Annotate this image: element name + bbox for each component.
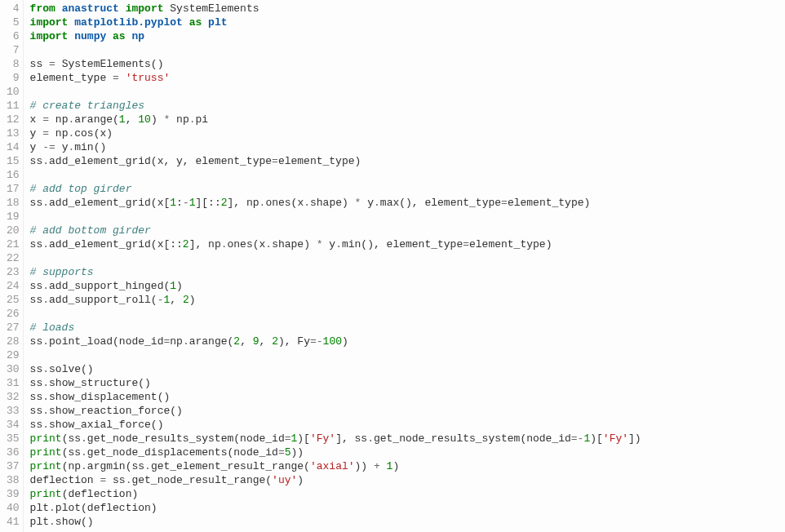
- code-line: [30, 307, 641, 321]
- token-c: # add top girder: [30, 183, 132, 195]
- token-mi: 2: [183, 238, 189, 250]
- token-op: *: [317, 238, 323, 250]
- token-mi: 1: [119, 113, 126, 126]
- token-op: =: [285, 432, 291, 445]
- token-op: .: [335, 238, 342, 250]
- token-c: # add bottom girder: [30, 224, 151, 237]
- token-n: ,: [170, 294, 183, 306]
- line-number: 16: [7, 168, 20, 182]
- line-number: 4: [7, 2, 20, 16]
- token-s: 'truss': [126, 72, 171, 84]
- token-n: ss: [30, 391, 43, 403]
- code-line: # add bottom girder: [30, 224, 641, 237]
- token-n: ss: [30, 377, 43, 389]
- token-n: SystemElements: [163, 2, 259, 15]
- token-n: ss: [30, 238, 43, 250]
- token-kw: import: [30, 30, 69, 42]
- code-line: [30, 168, 641, 182]
- token-n: ss: [30, 405, 43, 417]
- code-line: from anastruct import SystemElements: [30, 2, 641, 16]
- token-mi: 1: [189, 197, 196, 209]
- token-n: element_type: [30, 72, 113, 84]
- line-number: 9: [7, 71, 20, 85]
- token-nn: anastruct: [62, 2, 119, 15]
- token-n: point_load(node_id: [49, 335, 163, 348]
- line-number: 38: [7, 473, 20, 487]
- token-op: .: [81, 432, 87, 445]
- code-content: from anastruct import SystemElementsimpo…: [24, 0, 641, 532]
- line-number: 28: [7, 335, 20, 348]
- line-number: 41: [7, 515, 20, 529]
- token-n: ss: [30, 335, 43, 348]
- line-number: 36: [7, 446, 20, 459]
- token-n: get_element_result_range(: [151, 460, 310, 472]
- token-op: =: [272, 155, 278, 167]
- token-nn: numpy: [74, 30, 106, 42]
- token-op: .: [221, 238, 228, 250]
- line-number: 33: [7, 404, 20, 418]
- code-line: import numpy as np: [30, 29, 641, 43]
- line-number: 18: [7, 196, 20, 210]
- token-op: .: [81, 460, 87, 472]
- code-line: ss.add_support_hinged(1): [30, 279, 641, 293]
- token-mi: 100: [323, 335, 342, 348]
- token-n: show(): [55, 516, 94, 528]
- token-n: ss: [30, 280, 43, 292]
- token-n: element_type): [278, 155, 361, 167]
- token-n: element_type): [508, 197, 590, 209]
- code-line: ss.show_reaction_force(): [30, 404, 641, 418]
- token-kw: import: [30, 16, 69, 29]
- token-n: y: [30, 141, 43, 153]
- token-op: .: [42, 405, 49, 417]
- token-n: max(), element_type: [380, 197, 501, 209]
- token-n: np: [49, 127, 68, 140]
- token-mi: 1: [170, 280, 176, 292]
- token-n: add_element_grid(x[: [49, 197, 170, 209]
- token-n: element_type): [469, 238, 552, 250]
- token-n: get_node_results_system(node_id: [374, 432, 571, 445]
- token-n: ss: [106, 474, 125, 486]
- line-number: 7: [7, 43, 20, 57]
- token-mi: 2: [183, 294, 189, 306]
- token-n: deflection: [30, 474, 100, 486]
- token-n: shape): [272, 238, 317, 250]
- code-line: [30, 251, 641, 265]
- token-c: # loads: [30, 321, 75, 334]
- token-n: min(): [74, 141, 106, 153]
- token-n: min(), element_type: [342, 238, 463, 250]
- code-line: print(deflection): [30, 487, 641, 501]
- token-n: SystemElements(): [55, 58, 164, 70]
- token-op: -=: [42, 141, 55, 153]
- token-n: get_node_result_range(: [131, 474, 272, 486]
- token-op: .: [42, 363, 49, 375]
- code-line: import matplotlib.pyplot as plt: [30, 16, 641, 29]
- code-line: ss.add_support_roll(-1, 2): [30, 293, 641, 307]
- token-n: x: [30, 113, 43, 126]
- code-line: y -= y.min(): [30, 140, 641, 154]
- token-n: ): [392, 460, 399, 472]
- token-op: .: [183, 335, 189, 348]
- token-bp: print: [30, 432, 62, 445]
- token-bp: print: [30, 460, 62, 472]
- token-n: [55, 2, 62, 15]
- token-n: show_reaction_force(): [49, 405, 183, 417]
- code-line: [30, 348, 641, 362]
- line-number: 32: [7, 390, 20, 404]
- code-line: ss.show_displacement(): [30, 390, 641, 404]
- code-line: x = np.arange(1, 10) * np.pi: [30, 113, 641, 126]
- line-number: 8: [7, 57, 20, 71]
- token-n: )[: [590, 432, 603, 445]
- token-s: 'Fy': [603, 432, 628, 445]
- token-op: =: [42, 127, 49, 140]
- code-line: plt.plot(deflection): [30, 501, 641, 515]
- token-op: .: [144, 460, 151, 472]
- code-line: print(np.argmin(ss.get_element_result_ra…: [30, 459, 641, 473]
- token-mi: 2: [233, 335, 240, 348]
- code-line: y = np.cos(x): [30, 126, 641, 140]
- token-nn: matplotlib.pyplot: [74, 16, 183, 29]
- token-nn: np: [131, 30, 144, 42]
- line-number: 40: [7, 501, 20, 515]
- code-line: [30, 85, 641, 99]
- token-n: arange(: [189, 335, 234, 348]
- token-s: 'Fy': [310, 432, 335, 445]
